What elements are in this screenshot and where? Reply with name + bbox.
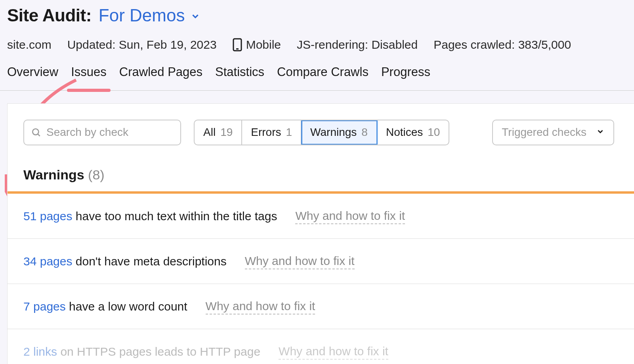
meta-device: Mobile <box>233 37 281 52</box>
issue-text: 51 pages have too much text within the t… <box>23 208 277 224</box>
project-name: For Demos <box>99 4 185 27</box>
issue-text: 2 links on HTTPS pages leads to HTTP pag… <box>23 344 260 359</box>
tab-underline <box>67 89 111 92</box>
issue-count-link[interactable]: 2 links <box>23 345 57 358</box>
tab-progress[interactable]: Progress <box>381 64 430 90</box>
fix-link[interactable]: Why and how to fix it <box>279 343 388 360</box>
mobile-icon <box>233 38 242 51</box>
issue-text: 7 pages have a low word count <box>23 299 187 314</box>
filter-segments: All19Errors1Warnings8Notices10 <box>194 120 449 145</box>
fix-link[interactable]: Why and how to fix it <box>206 298 315 314</box>
search-icon <box>31 128 42 138</box>
issue-count-link[interactable]: 7 pages <box>23 300 66 313</box>
tab-overview[interactable]: Overview <box>7 64 58 90</box>
meta-crawled: Pages crawled: 383/5,000 <box>433 37 571 52</box>
filter-all[interactable]: All19 <box>195 120 242 144</box>
svg-point-2 <box>32 129 38 135</box>
issue-row: 34 pages don't have meta descriptionsWhy… <box>8 239 634 284</box>
issue-text: 34 pages don't have meta descriptions <box>23 253 227 269</box>
svg-rect-1 <box>236 48 239 50</box>
tab-statistics[interactable]: Statistics <box>215 64 264 90</box>
tab-compare-crawls[interactable]: Compare Crawls <box>277 64 369 90</box>
issues-list: 51 pages have too much text within the t… <box>8 194 634 364</box>
section-heading: Warnings (8) <box>8 145 634 191</box>
tab-issues[interactable]: Issues <box>71 64 107 90</box>
fix-link[interactable]: Why and how to fix it <box>245 253 355 269</box>
meta-js: JS-rendering: Disabled <box>297 37 418 52</box>
svg-line-3 <box>38 134 40 136</box>
project-selector[interactable]: For Demos <box>99 4 201 27</box>
filter-notices[interactable]: Notices10 <box>377 120 449 144</box>
filter-warnings[interactable]: Warnings8 <box>302 120 377 144</box>
issue-row: 7 pages have a low word countWhy and how… <box>8 284 634 329</box>
chevron-down-icon <box>190 4 201 27</box>
issue-row: 51 pages have too much text within the t… <box>8 194 634 239</box>
nav-tabs: OverviewIssuesCrawled PagesStatisticsCom… <box>0 64 634 91</box>
fix-link[interactable]: Why and how to fix it <box>295 208 405 224</box>
chevron-down-icon <box>596 125 605 139</box>
page-title: Site Audit: <box>7 4 92 27</box>
issue-count-link[interactable]: 51 pages <box>23 210 72 223</box>
triggered-checks-dropdown[interactable]: Triggered checks <box>492 120 614 145</box>
search-input[interactable]: Search by check <box>23 120 181 145</box>
meta-updated: Updated: Sun, Feb 19, 2023 <box>67 37 217 52</box>
issue-row: 2 links on HTTPS pages leads to HTTP pag… <box>8 329 634 364</box>
tab-crawled-pages[interactable]: Crawled Pages <box>119 64 202 90</box>
meta-site: site.com <box>7 37 52 52</box>
header-meta: site.com Updated: Sun, Feb 19, 2023 Mobi… <box>0 29 634 64</box>
issue-count-link[interactable]: 34 pages <box>23 255 72 268</box>
issues-panel: Search by check All19Errors1Warnings8Not… <box>7 103 634 364</box>
search-placeholder: Search by check <box>46 125 128 139</box>
filter-errors[interactable]: Errors1 <box>242 120 302 144</box>
